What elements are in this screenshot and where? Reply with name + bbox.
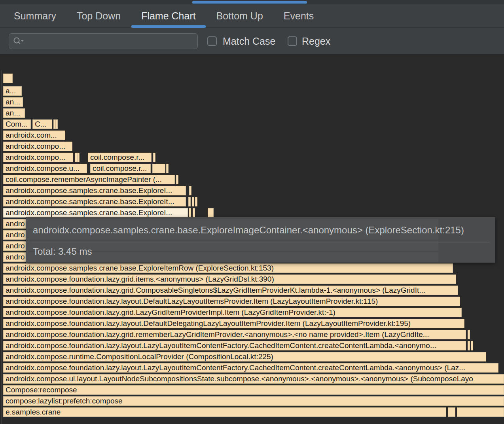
flame-bar-sliver[interactable] <box>189 208 191 218</box>
parent-tab-accent-bar <box>192 1 307 4</box>
regex-label: Regex <box>302 28 330 54</box>
match-case-checkbox[interactable] <box>207 36 217 46</box>
flame-bar[interactable]: androidx.compose.samples.crane.base.Expl… <box>3 208 188 218</box>
flame-bar[interactable]: androidx.compose.u... <box>3 164 87 173</box>
flame-tooltip: androidx.compose.samples.crane.base.Expl… <box>26 217 495 263</box>
flame-bar[interactable]: coil.compose.r... <box>88 153 152 162</box>
flame-bar-sliver[interactable] <box>77 153 80 162</box>
flame-bar[interactable]: androidx.compose.foundation.lazy.layout.… <box>3 363 498 373</box>
flame-bar[interactable]: androidx.compose.samples.crane.base.Expl… <box>3 263 453 273</box>
flame-bar[interactable]: androidx.compose.ui.layout.LayoutNodeSub… <box>3 374 504 384</box>
search-toolbar: Match Case Regex <box>0 28 504 55</box>
flame-bar-sliver[interactable] <box>55 119 58 129</box>
flame-bar-sliver[interactable] <box>208 208 214 218</box>
flame-bar-sliver[interactable] <box>195 197 197 206</box>
tooltip-frame-name: androidx.compose.samples.crane.base.Expl… <box>33 225 490 236</box>
flame-bar[interactable]: Compose:recompose <box>3 385 504 395</box>
flame-bar-sliver[interactable] <box>448 407 455 417</box>
flame-bar[interactable]: androidx.compose.samples.crane.base.Expl… <box>3 186 186 195</box>
search-icon[interactable] <box>9 37 24 45</box>
tab-summary[interactable]: Summary <box>14 4 56 28</box>
flame-bar[interactable]: androidx.compo... <box>3 153 73 162</box>
flame-bar[interactable]: androidx.compose.foundation.lazy.grid.Co… <box>3 286 458 295</box>
flame-bar-sliver[interactable] <box>3 74 13 83</box>
tab-top-down[interactable]: Top Down <box>77 4 121 28</box>
flame-bar[interactable]: androidx.compose.foundation.lazy.grid.La… <box>3 308 462 317</box>
flame-bar[interactable]: androidx.compose.runtime.CompositionLoca… <box>3 352 486 362</box>
flame-bar[interactable]: androidx.compose.samples.crane.base.Expl… <box>3 197 186 206</box>
search-input[interactable] <box>24 36 197 46</box>
tab-flame-chart[interactable]: Flame Chart <box>141 4 196 28</box>
flame-bar[interactable]: androidx.compose.foundation.lazy.grid.re… <box>3 330 466 339</box>
window-top-strip <box>0 0 504 4</box>
flame-bar-sliver[interactable] <box>471 341 473 350</box>
flame-bar[interactable]: androidx.com... <box>3 131 65 140</box>
flame-bar[interactable]: Com... <box>3 119 31 129</box>
match-case-label: Match Case <box>223 28 275 54</box>
tooltip-total-time: Total: 3.45 ms <box>33 246 92 257</box>
flame-bar[interactable]: an... <box>3 97 23 107</box>
flame-bar[interactable]: coil.compose.rememberAsyncImagePainter (… <box>3 175 175 184</box>
flame-bar[interactable]: androidx.compose.foundation.lazy.layout.… <box>3 319 464 328</box>
flame-bar[interactable]: coil.compose.r... <box>90 164 151 173</box>
flame-bar-sliver[interactable] <box>468 330 470 339</box>
profiler-tab-bar: Summary Top Down Flame Chart Bottom Up E… <box>0 4 504 28</box>
flame-bar[interactable]: androidx.compose.foundation.lazy.layout.… <box>3 297 460 306</box>
regex-checkbox[interactable] <box>288 36 297 46</box>
flame-bar-sliver[interactable] <box>153 153 155 162</box>
search-box[interactable] <box>9 33 198 49</box>
flame-bar[interactable]: androidx.compose.foundation.lazy.layout.… <box>3 341 466 350</box>
flame-bar-sliver[interactable] <box>188 197 191 206</box>
flame-bar[interactable]: C... <box>32 119 52 129</box>
flame-bar[interactable]: e.samples.crane <box>3 407 446 417</box>
flame-bar[interactable]: an... <box>3 108 25 118</box>
flame-bar[interactable]: androidx.compose.foundation.lazy.grid.it… <box>3 274 456 284</box>
flame-bar-sliver[interactable] <box>457 407 504 417</box>
tooltip-divider <box>31 242 490 242</box>
flame-bar-sliver[interactable] <box>189 186 191 195</box>
flame-bar-sliver[interactable] <box>176 175 178 184</box>
flame-bar[interactable]: a... <box>3 86 22 96</box>
flame-bar-sliver[interactable] <box>468 341 470 350</box>
flame-bar[interactable]: androidx.compo... <box>3 142 72 151</box>
chart-left-rail <box>1 70 2 424</box>
flame-bar-sliver[interactable] <box>152 164 165 173</box>
flame-bar-sliver[interactable] <box>193 208 195 218</box>
flame-bar-sliver[interactable] <box>166 164 169 173</box>
flame-bar[interactable]: compose:lazylist:prefetch:compose <box>3 396 504 406</box>
tab-events[interactable]: Events <box>284 4 314 28</box>
tab-bottom-up[interactable]: Bottom Up <box>216 4 263 28</box>
flame-bar-sliver[interactable] <box>192 197 194 206</box>
